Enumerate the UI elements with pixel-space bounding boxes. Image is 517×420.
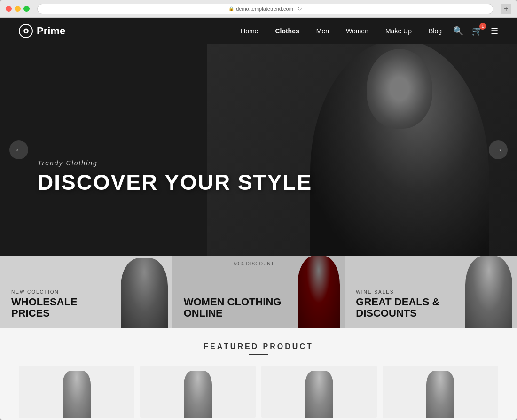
hero-next-button[interactable]: →: [489, 140, 508, 159]
logo-name: Prime: [37, 25, 65, 37]
promo-text-3: WINE SALES GREAT DEALS &DISCOUNTS: [356, 289, 439, 319]
nav-clothes[interactable]: Clothes: [275, 27, 299, 35]
site-content: ⚙ Prime Home Clothes Men Women Make Up B…: [0, 18, 517, 420]
nav-blog[interactable]: Blog: [429, 27, 442, 35]
main-nav: Home Clothes Men Women Make Up Blog: [241, 27, 442, 35]
hero-model-image: [310, 44, 489, 256]
promo-large-2: WOMEN CLOTHINGONLINE: [184, 296, 282, 319]
promo-card-3[interactable]: WINE SALES GREAT DEALS &DISCOUNTS: [345, 256, 517, 328]
promo-large-1: WHOLESALEPRICES: [11, 296, 78, 319]
promo-card-1[interactable]: NEW COLCTION WHOLESALEPRICES: [0, 256, 172, 328]
address-bar[interactable]: 🔒 demo.templatetrend.com ↻: [37, 4, 494, 14]
close-button[interactable]: [6, 6, 12, 12]
nav-icons: 🔍 🛒 1 ☰: [453, 26, 498, 36]
browser-window: 🔒 demo.templatetrend.com ↻ + ⚙ Prime Hom…: [0, 0, 517, 420]
product-card-2[interactable]: [140, 366, 256, 418]
hero-background: [207, 44, 517, 256]
minimize-button[interactable]: [15, 6, 21, 12]
traffic-lights: [6, 6, 30, 12]
refresh-icon[interactable]: ↻: [297, 5, 302, 12]
maximize-button[interactable]: [24, 6, 30, 12]
cart-badge: 1: [479, 23, 486, 30]
promo-small-3: WINE SALES: [356, 289, 439, 295]
promo-large-3: GREAT DEALS &DISCOUNTS: [356, 296, 439, 319]
nav-women[interactable]: Women: [346, 27, 368, 35]
logo-icon: ⚙: [19, 24, 33, 38]
browser-chrome: 🔒 demo.templatetrend.com ↻ +: [0, 0, 517, 18]
hero-title: DISCOVER YOUR STYLE: [38, 171, 312, 194]
nav-men[interactable]: Men: [316, 27, 329, 35]
lock-icon: 🔒: [228, 6, 234, 11]
menu-icon[interactable]: ☰: [491, 26, 498, 36]
new-tab-button[interactable]: +: [501, 4, 511, 14]
hero-content: Trendy Clothing DISCOVER YOUR STYLE: [38, 159, 312, 194]
search-icon[interactable]: 🔍: [453, 26, 463, 36]
nav-makeup[interactable]: Make Up: [385, 27, 412, 35]
promo-small-1: NEW COLCTION: [11, 289, 78, 295]
cart-icon[interactable]: 🛒 1: [472, 26, 482, 36]
hero-slider: Trendy Clothing DISCOVER YOUR STYLE ← →: [0, 44, 517, 256]
featured-section: FEATURED PRODUCT: [0, 328, 517, 420]
promo-banners: NEW COLCTION WHOLESALEPRICES 50% DISCOUN…: [0, 256, 517, 328]
logo[interactable]: ⚙ Prime: [19, 24, 65, 38]
promo-text-2: WOMEN CLOTHINGONLINE: [184, 296, 282, 319]
hero-prev-button[interactable]: ←: [9, 140, 28, 159]
hero-subtitle: Trendy Clothing: [38, 159, 312, 167]
product-card-1[interactable]: [19, 366, 134, 418]
product-card-4[interactable]: [383, 366, 498, 418]
nav-home[interactable]: Home: [241, 27, 258, 35]
promo-text-1: NEW COLCTION WHOLESALEPRICES: [11, 289, 78, 319]
featured-title: FEATURED PRODUCT: [19, 342, 498, 351]
url-text: demo.templatetrend.com: [236, 6, 293, 12]
featured-grid: [19, 366, 498, 418]
promo-figure-1: [78, 256, 172, 328]
site-header: ⚙ Prime Home Clothes Men Women Make Up B…: [0, 18, 517, 44]
promo-discount-label: 50% DISCOUNT: [234, 261, 274, 266]
product-card-3[interactable]: [261, 366, 377, 418]
logo-gear-icon: ⚙: [23, 27, 29, 35]
featured-underline: [249, 354, 268, 355]
promo-card-2[interactable]: 50% DISCOUNT WOMEN CLOTHINGONLINE: [172, 256, 345, 328]
